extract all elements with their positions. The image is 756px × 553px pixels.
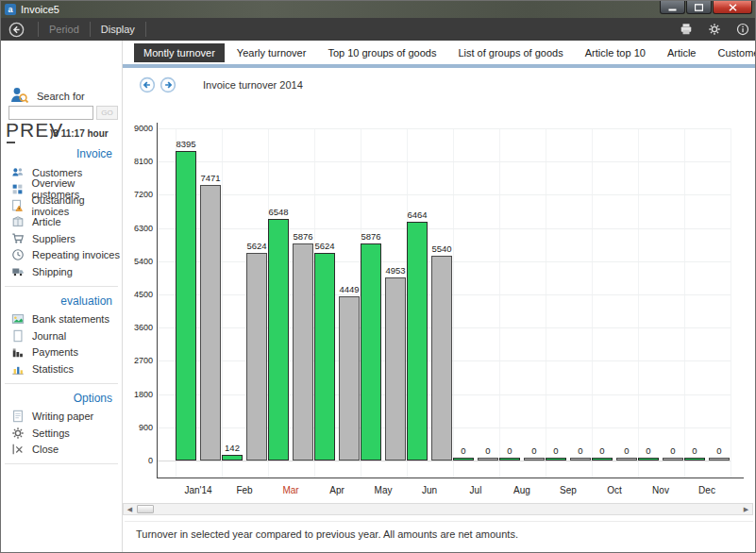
x-axis-month-label: Jul [453,485,498,495]
sidebar-separator [5,463,118,464]
bar-feb-previous [246,253,267,461]
bar-value-label: 5540 [421,243,462,254]
bar-dec-previous [709,458,730,461]
bar-may-previous [385,277,406,461]
sidebar-item-repeating-invoices[interactable]: Repeating invoices [1,247,122,264]
x-axis-month-label: Aug [499,485,545,495]
sidebar-item-label: Article [32,216,61,227]
writing-paper-icon [10,410,25,424]
turnover-chart: 0900180027003600450054006300720081009000… [123,41,756,553]
back-button[interactable] [8,22,25,38]
app-icon: a [5,4,16,15]
sidebar-item-suppliers[interactable]: Suppliers [1,230,122,247]
maximize-button[interactable] [686,1,712,14]
sidebar-item-label: Payments [32,346,78,358]
y-axis-tick-label: 0 [124,456,153,465]
chart-gridline-horizontal [158,228,731,229]
statistics-icon [10,361,25,376]
sidebar-item-statistics[interactable]: Statistics [1,360,122,377]
bar-sep-current [546,458,566,461]
y-axis-tick-label: 1800 [124,390,153,399]
sidebar: Search for GO PREV )3 11:17 hour Invoice… [1,41,122,553]
sidebar-item-label: Customers [32,167,82,178]
bar-dec-current [684,458,705,461]
sidebar-item-label: Journal [32,330,66,342]
x-axis-month-label: Dec [684,485,730,495]
sidebar-separator [5,286,118,287]
bar-value-label: 5876 [350,231,392,242]
article-icon [10,215,25,229]
x-axis-month-label: May [361,485,406,495]
prev-detail-text: )3 11:17 hour [50,128,109,139]
x-axis-month-label: Apr [314,485,360,495]
settings-icon[interactable] [708,23,721,36]
journal-icon [10,328,25,343]
bar-apr-previous [339,296,360,461]
bar-aug-current [499,458,520,461]
info-icon[interactable] [736,23,749,36]
scroll-left-arrow[interactable]: ◀ [124,504,136,514]
bank-statements-icon [10,312,25,327]
sidebar-item-writing-paper[interactable]: Writing paper [1,409,122,426]
bar-jul-current [453,458,474,461]
sidebar-item-label: Suppliers [32,233,76,244]
sidebar-item-label: Writing paper [32,411,93,422]
x-axis-month-label: Oct [592,485,637,495]
main-content: Montly turnoverYearly turnoverTop 10 gro… [123,41,756,553]
chart-gridline-vertical [499,128,500,478]
back-arrow-icon [8,22,25,38]
y-axis-tick-label: 5400 [124,257,153,266]
sidebar-item-payments[interactable]: Payments [1,344,122,361]
close-button[interactable] [713,1,752,14]
scrollbar-thumb[interactable] [137,505,154,513]
toolbar-item-period[interactable]: Period [45,24,83,35]
bar-value-label: 6548 [258,207,299,217]
chart-gridline-vertical [453,128,454,478]
sidebar-item-label: Shipping [32,266,73,277]
search-input[interactable] [8,106,93,120]
y-axis-tick-label: 7200 [124,190,153,199]
section-header-evaluation: evaluation [1,292,122,311]
x-axis-month-label: Jan'14 [176,485,221,495]
y-axis-tick-label: 900 [124,423,153,432]
go-button[interactable]: GO [96,106,118,120]
toolbar-item-display[interactable]: Display [97,24,139,35]
sidebar-item-oustanding-invoices[interactable]: Oustanding invoices [1,197,122,214]
chart-gridline-vertical [592,128,593,478]
chart-gridline-horizontal [158,128,731,129]
bar-oct-previous [616,458,637,461]
toolbar-separator [145,22,146,37]
toolbar-right-icons [664,18,749,41]
sidebar-item-label: Statistics [32,363,74,375]
chart-gridline-vertical [684,128,685,478]
x-axis-month-label: Feb [222,485,267,495]
minimize-button[interactable] [660,1,685,14]
sidebar-item-journal[interactable]: Journal [1,327,122,344]
chart-gridline-vertical [546,128,546,478]
shipping-icon [10,264,25,278]
repeating-invoices-icon [10,248,25,262]
sidebar-separator [5,383,118,384]
sidebar-item-shipping[interactable]: Shipping [1,263,122,280]
bar-jun-previous [431,256,452,461]
payments-icon [10,345,25,360]
bar-may-current [361,243,381,461]
sidebar-item-settings[interactable]: Settings [1,425,122,442]
sidebar-item-label: Oustanding invoices [31,194,122,217]
x-axis-month-label: Jun [407,485,452,495]
bar-mar-previous [293,243,313,461]
horizontal-scrollbar[interactable]: ◀ ▶ [123,503,753,515]
footnote-separator [125,521,753,522]
x-axis-month-label: Sep [546,485,591,495]
printer-icon[interactable] [680,23,693,36]
toolbar-separator [90,22,91,37]
bar-value-label: 7471 [190,173,231,183]
y-axis-tick-label: 2700 [124,356,153,365]
toolbar: Period Display [1,18,756,41]
bar-jan-14-current [176,151,196,461]
chart-gridline-vertical [731,128,731,478]
sidebar-item-close[interactable]: Close [1,442,122,459]
chart-gridline-horizontal [158,194,731,195]
sidebar-item-bank-statements[interactable]: Bank statements [1,311,122,328]
scroll-right-arrow[interactable]: ▶ [740,504,752,514]
